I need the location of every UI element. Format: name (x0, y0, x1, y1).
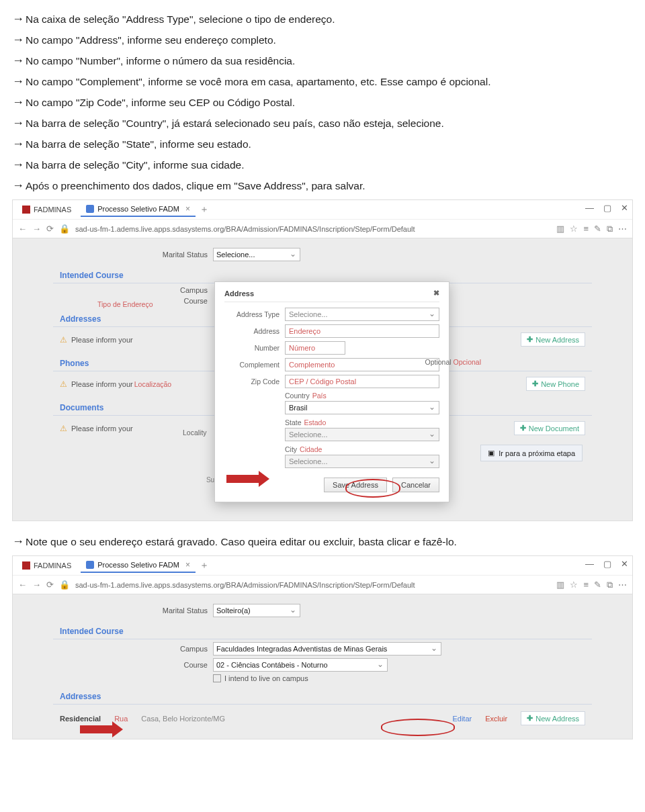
course-label: Course (147, 661, 208, 669)
arrow-icon: → (12, 95, 24, 109)
instruction-9: →Após o preenchimento dos dados, clique … (12, 179, 633, 193)
tipo-endereco-annotation: Tipo de Endereço (97, 300, 153, 308)
red-arrow-annotation (80, 721, 123, 737)
forward-icon[interactable]: → (32, 580, 41, 590)
marital-status-select[interactable]: Solteiro(a) (213, 604, 300, 617)
browser-tab-2[interactable]: Processo Seletivo FADM × (81, 202, 196, 217)
warning-icon: ⚠ (60, 335, 67, 345)
arrow-icon: → (12, 179, 24, 192)
browser-tab-1[interactable]: FADMINAS (17, 204, 77, 216)
new-phone-button[interactable]: ✚New Phone (526, 377, 585, 391)
back-icon[interactable]: ← (18, 580, 27, 590)
arrow-icon: → (12, 54, 24, 67)
arrow-icon: → (12, 75, 24, 88)
delete-link[interactable]: Excluir (485, 715, 507, 723)
zipcode-input[interactable]: CEP / Código Postal (285, 375, 439, 388)
arrow-icon: → (12, 137, 24, 150)
course-label: Course (147, 297, 208, 305)
arrow-icon: → (12, 158, 24, 171)
new-tab-button[interactable]: ＋ (200, 559, 209, 572)
city-label: City (285, 445, 297, 453)
close-icon[interactable]: × (185, 204, 190, 214)
complement-input[interactable]: Complemento (285, 358, 439, 371)
browser-tab-2[interactable]: Processo Seletivo FADM × (81, 558, 196, 573)
address-label: Address (224, 327, 280, 335)
reload-icon[interactable]: ⟳ (46, 224, 54, 234)
minimize-icon[interactable]: — (585, 203, 594, 213)
warn-text: Please inform your (71, 424, 133, 433)
state-select[interactable]: Selecione... (285, 428, 439, 441)
arrow-icon: → (12, 12, 24, 26)
address-bar[interactable]: sad-us-fm-1.adems.live.apps.sdasystems.o… (75, 225, 551, 233)
new-document-button[interactable]: ✚New Document (514, 421, 585, 435)
instruction-6: →Na barra de seleção "Country", já estar… (12, 116, 633, 130)
state-label: State (285, 418, 302, 426)
share-icon[interactable]: ⧉ (607, 580, 613, 590)
marital-status-label: Marital Status (147, 606, 208, 615)
optional-label: Optional Opcional (425, 358, 481, 366)
city-annotation: Cidade (300, 445, 322, 453)
close-icon[interactable]: × (185, 560, 190, 570)
warning-icon: ⚠ (60, 424, 67, 433)
reader-icon[interactable]: ▥ (556, 580, 564, 590)
minimize-icon[interactable]: — (585, 559, 594, 569)
browser-tab-1[interactable]: FADMINAS (17, 559, 77, 572)
reader-icon[interactable]: ▥ (556, 224, 564, 234)
back-icon[interactable]: ← (18, 224, 27, 234)
new-tab-button[interactable]: ＋ (200, 204, 209, 216)
lock-icon: 🔒 (59, 224, 70, 234)
instruction-4: →No campo "Complement", informe se você … (12, 75, 633, 89)
city-select[interactable]: Selecione... (285, 455, 439, 468)
close-window-icon[interactable]: ✕ (621, 559, 628, 569)
forward-icon[interactable]: → (32, 224, 41, 234)
edit-link[interactable]: Editar (452, 715, 472, 723)
instruction-2: →No campo "Address", informe seu endereç… (12, 33, 633, 47)
address-type-select[interactable]: Selecione... (285, 308, 439, 321)
screenshot-1: FADMINAS Processo Seletivo FADM × ＋ — ▢ … (12, 199, 633, 521)
menu-icon[interactable]: ≡ (583, 224, 589, 234)
intended-course-heading: Intended Course (53, 624, 592, 639)
addresses-heading: Addresses (53, 689, 592, 705)
new-address-button[interactable]: ✚New Address (521, 332, 585, 347)
arrow-icon: → (12, 116, 24, 130)
zipcode-label: Zip Code (224, 377, 280, 386)
warning-icon: ⚠ (60, 379, 67, 389)
country-annotation: País (312, 392, 327, 400)
note-after: →Note que o seu endereço estará gravado.… (12, 535, 633, 549)
address-type-label: Address Type (224, 310, 280, 318)
notes-icon[interactable]: ✎ (594, 224, 601, 234)
share-icon[interactable]: ⧉ (607, 224, 613, 234)
course-select[interactable]: 02 - Ciências Contábeis - Noturno (213, 658, 388, 672)
campus-select[interactable]: Faculdades Integradas Adventistas de Min… (213, 642, 441, 656)
cancel-button[interactable]: Cancelar (392, 478, 439, 492)
close-window-icon[interactable]: ✕ (621, 203, 628, 213)
address-row-detail: Casa, Belo Horizonte/MG (141, 715, 225, 723)
country-select[interactable]: Brasil (285, 401, 439, 414)
number-label: Number (224, 344, 280, 352)
new-address-button[interactable]: ✚New Address (521, 711, 585, 725)
menu-icon[interactable]: ≡ (583, 580, 589, 590)
star-icon[interactable]: ☆ (570, 580, 578, 590)
instruction-1: →Na caixa de seleção "Address Type", sel… (12, 12, 633, 26)
instruction-3: →No campo "Number", informe o número da … (12, 54, 633, 68)
save-address-button[interactable]: Save Address (324, 478, 387, 492)
number-input[interactable]: Número (285, 341, 345, 355)
reload-icon[interactable]: ⟳ (46, 580, 54, 590)
star-icon[interactable]: ☆ (570, 224, 578, 234)
lock-icon: 🔒 (59, 580, 70, 590)
arrow-icon: → (12, 535, 24, 548)
maximize-icon[interactable]: ▢ (603, 559, 611, 569)
modal-close-icon[interactable]: ✖ (433, 289, 439, 298)
warn-text: Please inform your (71, 336, 133, 344)
warn-text: Please inform your (71, 380, 133, 388)
marital-status-label: Marital Status (147, 251, 208, 259)
next-stage-button[interactable]: ▣ Ir para a próxima etapa (480, 445, 583, 461)
marital-status-select[interactable]: Selecione... (213, 248, 300, 261)
more-icon[interactable]: ⋯ (618, 580, 627, 590)
more-icon[interactable]: ⋯ (618, 224, 627, 234)
notes-icon[interactable]: ✎ (594, 580, 601, 590)
maximize-icon[interactable]: ▢ (603, 203, 611, 213)
address-input[interactable]: Endereço (285, 324, 439, 338)
live-on-campus-checkbox[interactable]: I intend to live on campus (213, 674, 308, 682)
address-bar[interactable]: sad-us-fm-1.adems.live.apps.sdasystems.o… (75, 581, 551, 589)
